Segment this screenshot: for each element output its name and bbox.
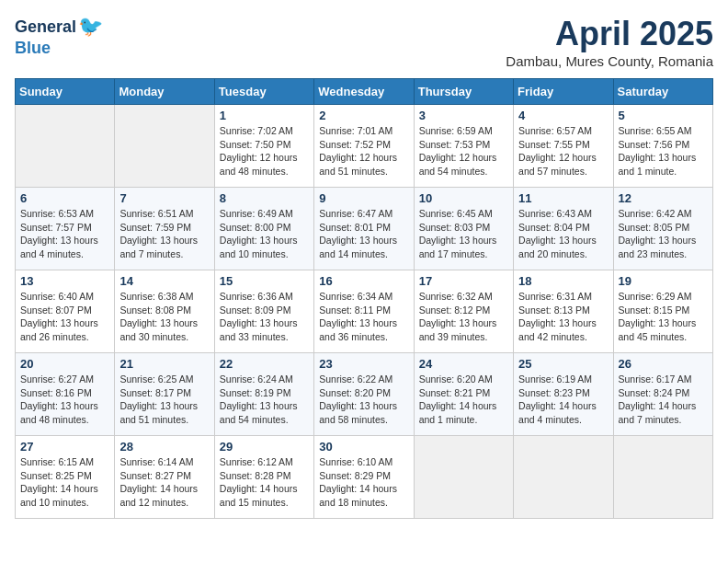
day-number: 3: [419, 109, 508, 122]
calendar-cell: 17Sunrise: 6:32 AMSunset: 8:12 PMDayligh…: [414, 270, 513, 353]
header-thursday: Thursday: [414, 79, 513, 105]
header-tuesday: Tuesday: [214, 79, 313, 105]
calendar-cell: [16, 105, 115, 188]
day-number: 23: [319, 357, 408, 371]
calendar-cell: 24Sunrise: 6:20 AMSunset: 8:21 PMDayligh…: [414, 353, 513, 436]
logo-general-text: General: [15, 17, 76, 37]
header: General 🐦 Blue April 2025 Dambau, Mures …: [15, 15, 713, 69]
day-info: Sunrise: 6:59 AMSunset: 7:53 PMDaylight:…: [419, 124, 508, 178]
day-number: 22: [220, 357, 309, 371]
calendar-cell: 13Sunrise: 6:40 AMSunset: 8:07 PMDayligh…: [16, 270, 115, 353]
day-number: 11: [518, 191, 608, 205]
calendar-cell: [115, 105, 214, 188]
calendar-cell: 3Sunrise: 6:59 AMSunset: 7:53 PMDaylight…: [414, 105, 513, 188]
calendar-cell: 11Sunrise: 6:43 AMSunset: 8:04 PMDayligh…: [514, 188, 613, 270]
day-info: Sunrise: 6:32 AMSunset: 8:12 PMDaylight:…: [419, 290, 508, 344]
calendar-header-row: SundayMondayTuesdayWednesdayThursdayFrid…: [16, 79, 713, 105]
calendar-cell: [613, 436, 712, 519]
calendar-cell: 27Sunrise: 6:15 AMSunset: 8:25 PMDayligh…: [16, 436, 115, 519]
day-number: 15: [220, 274, 309, 288]
day-info: Sunrise: 6:15 AMSunset: 8:25 PMDaylight:…: [20, 455, 109, 510]
day-number: 27: [20, 440, 109, 454]
day-number: 29: [220, 440, 309, 454]
calendar-week-row: 20Sunrise: 6:27 AMSunset: 8:16 PMDayligh…: [16, 353, 713, 436]
day-number: 5: [619, 109, 708, 122]
day-number: 28: [119, 440, 209, 454]
day-info: Sunrise: 6:12 AMSunset: 8:28 PMDaylight:…: [220, 455, 309, 510]
calendar-cell: 22Sunrise: 6:24 AMSunset: 8:19 PMDayligh…: [214, 353, 313, 436]
day-number: 19: [619, 274, 708, 288]
day-number: 16: [319, 274, 408, 288]
calendar-cell: 23Sunrise: 6:22 AMSunset: 8:20 PMDayligh…: [314, 353, 414, 436]
day-number: 24: [419, 357, 508, 371]
title-area: April 2025 Dambau, Mures County, Romania: [506, 15, 713, 69]
day-info: Sunrise: 6:51 AMSunset: 7:59 PMDaylight:…: [119, 207, 209, 261]
calendar-week-row: 13Sunrise: 6:40 AMSunset: 8:07 PMDayligh…: [16, 270, 713, 353]
header-friday: Friday: [514, 79, 613, 105]
day-info: Sunrise: 6:17 AMSunset: 8:24 PMDaylight:…: [619, 373, 708, 427]
day-info: Sunrise: 6:49 AMSunset: 8:00 PMDaylight:…: [220, 207, 309, 261]
day-info: Sunrise: 6:10 AMSunset: 8:29 PMDaylight:…: [319, 455, 408, 510]
calendar-week-row: 1Sunrise: 7:02 AMSunset: 7:50 PMDaylight…: [16, 105, 713, 188]
calendar-cell: 8Sunrise: 6:49 AMSunset: 8:00 PMDaylight…: [214, 188, 313, 270]
day-number: 18: [518, 274, 608, 288]
calendar-cell: 5Sunrise: 6:55 AMSunset: 7:56 PMDaylight…: [613, 105, 712, 188]
day-info: Sunrise: 6:47 AMSunset: 8:01 PMDaylight:…: [319, 207, 408, 261]
calendar-week-row: 6Sunrise: 6:53 AMSunset: 7:57 PMDaylight…: [16, 188, 713, 270]
calendar-cell: 7Sunrise: 6:51 AMSunset: 7:59 PMDaylight…: [115, 188, 214, 270]
header-saturday: Saturday: [613, 79, 712, 105]
day-number: 17: [419, 274, 508, 288]
day-number: 10: [419, 191, 508, 205]
day-info: Sunrise: 6:24 AMSunset: 8:19 PMDaylight:…: [220, 373, 309, 427]
calendar-cell: 20Sunrise: 6:27 AMSunset: 8:16 PMDayligh…: [16, 353, 115, 436]
logo-bird-icon: 🐦: [78, 15, 103, 39]
day-number: 2: [319, 109, 408, 122]
day-info: Sunrise: 6:19 AMSunset: 8:23 PMDaylight:…: [518, 373, 608, 427]
calendar-cell: 12Sunrise: 6:42 AMSunset: 8:05 PMDayligh…: [613, 188, 712, 270]
calendar-cell: 1Sunrise: 7:02 AMSunset: 7:50 PMDaylight…: [214, 105, 313, 188]
day-number: 7: [119, 191, 209, 205]
day-info: Sunrise: 6:53 AMSunset: 7:57 PMDaylight:…: [20, 207, 109, 261]
calendar-cell: 4Sunrise: 6:57 AMSunset: 7:55 PMDaylight…: [514, 105, 613, 188]
calendar-cell: 15Sunrise: 6:36 AMSunset: 8:09 PMDayligh…: [214, 270, 313, 353]
month-title: April 2025: [506, 15, 713, 53]
calendar-cell: 16Sunrise: 6:34 AMSunset: 8:11 PMDayligh…: [314, 270, 414, 353]
day-number: 25: [518, 357, 608, 371]
calendar-table: SundayMondayTuesdayWednesdayThursdayFrid…: [15, 78, 713, 519]
day-number: 26: [619, 357, 708, 371]
day-info: Sunrise: 6:42 AMSunset: 8:05 PMDaylight:…: [619, 207, 708, 261]
day-info: Sunrise: 6:34 AMSunset: 8:11 PMDaylight:…: [319, 290, 408, 344]
header-wednesday: Wednesday: [314, 79, 414, 105]
day-number: 9: [319, 191, 408, 205]
calendar-cell: 29Sunrise: 6:12 AMSunset: 8:28 PMDayligh…: [214, 436, 313, 519]
calendar-cell: 19Sunrise: 6:29 AMSunset: 8:15 PMDayligh…: [613, 270, 712, 353]
calendar-cell: 21Sunrise: 6:25 AMSunset: 8:17 PMDayligh…: [115, 353, 214, 436]
calendar-cell: 10Sunrise: 6:45 AMSunset: 8:03 PMDayligh…: [414, 188, 513, 270]
calendar-cell: 6Sunrise: 6:53 AMSunset: 7:57 PMDaylight…: [16, 188, 115, 270]
calendar-cell: 2Sunrise: 7:01 AMSunset: 7:52 PMDaylight…: [314, 105, 414, 188]
day-info: Sunrise: 6:40 AMSunset: 8:07 PMDaylight:…: [20, 290, 109, 344]
calendar-week-row: 27Sunrise: 6:15 AMSunset: 8:25 PMDayligh…: [16, 436, 713, 519]
calendar-cell: 14Sunrise: 6:38 AMSunset: 8:08 PMDayligh…: [115, 270, 214, 353]
day-info: Sunrise: 7:02 AMSunset: 7:50 PMDaylight:…: [220, 124, 309, 178]
day-number: 14: [119, 274, 209, 288]
day-number: 13: [20, 274, 109, 288]
logo-blue-text: Blue: [15, 39, 51, 58]
day-info: Sunrise: 6:31 AMSunset: 8:13 PMDaylight:…: [518, 290, 608, 344]
day-info: Sunrise: 6:36 AMSunset: 8:09 PMDaylight:…: [220, 290, 309, 344]
day-info: Sunrise: 6:22 AMSunset: 8:20 PMDaylight:…: [319, 373, 408, 427]
day-number: 1: [220, 109, 309, 122]
day-info: Sunrise: 6:29 AMSunset: 8:15 PMDaylight:…: [619, 290, 708, 344]
calendar-cell: 28Sunrise: 6:14 AMSunset: 8:27 PMDayligh…: [115, 436, 214, 519]
day-info: Sunrise: 7:01 AMSunset: 7:52 PMDaylight:…: [319, 124, 408, 178]
header-monday: Monday: [115, 79, 214, 105]
day-info: Sunrise: 6:55 AMSunset: 7:56 PMDaylight:…: [619, 124, 708, 178]
calendar-cell: [514, 436, 613, 519]
calendar-cell: 26Sunrise: 6:17 AMSunset: 8:24 PMDayligh…: [613, 353, 712, 436]
calendar-cell: 25Sunrise: 6:19 AMSunset: 8:23 PMDayligh…: [514, 353, 613, 436]
calendar-cell: 30Sunrise: 6:10 AMSunset: 8:29 PMDayligh…: [314, 436, 414, 519]
calendar-cell: [414, 436, 513, 519]
day-number: 6: [20, 191, 109, 205]
day-info: Sunrise: 6:43 AMSunset: 8:04 PMDaylight:…: [518, 207, 608, 261]
calendar-cell: 18Sunrise: 6:31 AMSunset: 8:13 PMDayligh…: [514, 270, 613, 353]
